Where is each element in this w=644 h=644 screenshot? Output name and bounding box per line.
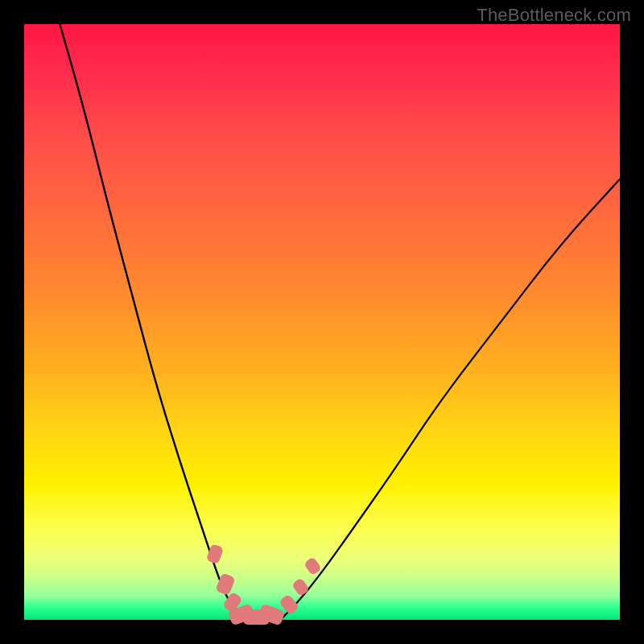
chart-frame: TheBottleneck.com (0, 0, 644, 644)
plot-area (24, 24, 620, 620)
left-curve (60, 24, 244, 620)
watermark-text: TheBottleneck.com (477, 5, 631, 26)
right-curve (280, 179, 620, 620)
curves-layer (24, 24, 620, 620)
